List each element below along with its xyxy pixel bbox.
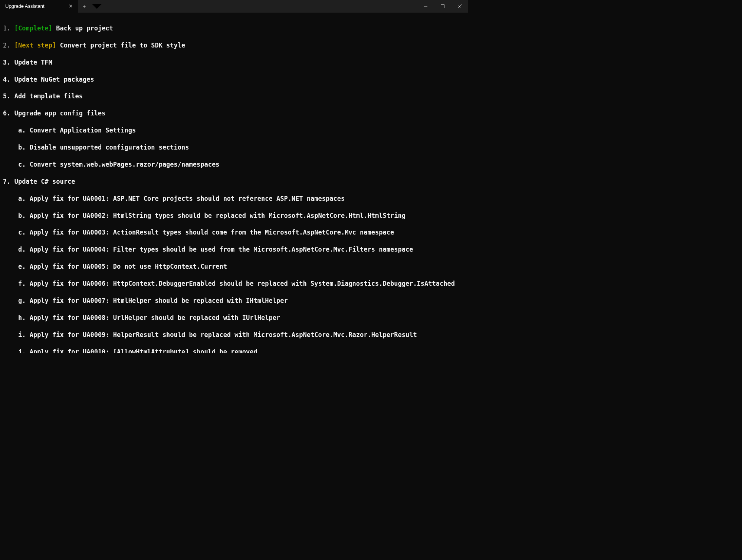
close-window-button[interactable] — [451, 0, 468, 13]
close-tab-icon[interactable]: ✕ — [67, 3, 74, 10]
step-7: 7. Update C# source — [3, 177, 466, 186]
step-5: 5. Add template files — [3, 92, 466, 101]
titlebar: Upgrade Assistant ✕ ＋ — [0, 0, 468, 13]
titlebar-drag-region[interactable] — [103, 0, 417, 13]
step-7a: a. Apply fix for UA0001: ASP.NET Core pr… — [3, 194, 466, 203]
step-7f: f. Apply fix for UA0006: HttpContext.Deb… — [3, 279, 466, 288]
step-7d: d. Apply fix for UA0004: Filter types sh… — [3, 245, 466, 254]
step-6c: c. Convert system.web.webPages.razor/pag… — [3, 160, 466, 169]
step-7e: e. Apply fix for UA0005: Do not use Http… — [3, 262, 466, 271]
step-3: 3. Update TFM — [3, 58, 466, 67]
svg-rect-0 — [441, 5, 444, 8]
step-7c: c. Apply fix for UA0003: ActionResult ty… — [3, 228, 466, 237]
step-7j: j. Apply fix for UA0010: [AllowHtmlAttru… — [3, 348, 466, 353]
new-tab-button[interactable]: ＋ — [78, 0, 91, 13]
step-6: 6. Upgrade app config files — [3, 109, 466, 118]
tab-title: Upgrade Assistant — [5, 3, 64, 10]
step-7b: b. Apply fix for UA0002: HtmlString type… — [3, 212, 466, 220]
tab-dropdown-button[interactable] — [91, 0, 103, 13]
step-4: 4. Update NuGet packages — [3, 75, 466, 84]
step-7h: h. Apply fix for UA0008: UrlHelper shoul… — [3, 314, 466, 322]
step-6b: b. Disable unsupported configuration sec… — [3, 143, 466, 152]
maximize-button[interactable] — [434, 0, 451, 13]
step-6a: a. Convert Application Settings — [3, 126, 466, 135]
step-7g: g. Apply fix for UA0007: HtmlHelper shou… — [3, 297, 466, 305]
status-complete: [Complete] — [14, 24, 52, 32]
minimize-button[interactable] — [417, 0, 434, 13]
status-next-step: [Next step] — [14, 42, 56, 49]
step-7i: i. Apply fix for UA0009: HelperResult sh… — [3, 331, 466, 339]
step-2: 2. [Next step] Convert project file to S… — [3, 41, 466, 50]
step-1: 1. [Complete] Back up project — [3, 24, 466, 33]
terminal-output[interactable]: 1. [Complete] Back up project 2. [Next s… — [0, 13, 468, 353]
tab-upgrade-assistant[interactable]: Upgrade Assistant ✕ — [0, 0, 78, 13]
terminal-window: Upgrade Assistant ✕ ＋ 1. [Complete] Back… — [0, 0, 468, 353]
